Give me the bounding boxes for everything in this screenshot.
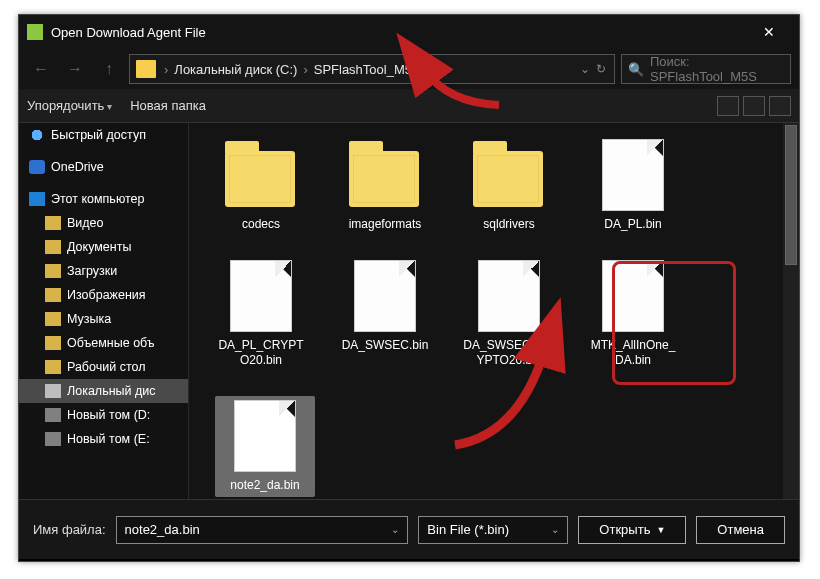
- sidebar-item-label: Изображения: [67, 288, 146, 302]
- filename-label: Имя файла:: [33, 522, 106, 537]
- file-item[interactable]: DA_PL_CRYPTO20.bin: [215, 260, 307, 368]
- breadcrumb-folder[interactable]: SPFlashTool_M5S: [310, 62, 425, 77]
- file-item[interactable]: MTK_AllInOne_DA.bin: [587, 260, 679, 368]
- file-label: DA_PL_CRYPTO20.bin: [215, 338, 307, 368]
- folder-icon: [136, 60, 156, 78]
- file-icon: [354, 260, 416, 332]
- bottom-bar: Имя файла: note2_da.bin ⌄ Bin File (*.bi…: [19, 499, 799, 559]
- folder-icon: [225, 151, 295, 207]
- sidebar-item-label: Видео: [67, 216, 104, 230]
- help-icon[interactable]: [769, 96, 791, 116]
- folder-item[interactable]: imageformats: [339, 139, 431, 232]
- sidebar-item-label: Музыка: [67, 312, 111, 326]
- file-label: codecs: [242, 217, 280, 232]
- sidebar-item-label: OneDrive: [51, 160, 104, 174]
- folder-item[interactable]: codecs: [215, 139, 307, 232]
- chevron-down-icon[interactable]: ⌄: [551, 524, 559, 535]
- sidebar-item[interactable]: OneDrive: [19, 155, 188, 179]
- file-label: MTK_AllInOne_DA.bin: [587, 338, 679, 368]
- sidebar-icon: [45, 408, 61, 422]
- sidebar-icon: [45, 240, 61, 254]
- breadcrumb-drive[interactable]: Локальный диск (C:): [170, 62, 301, 77]
- sidebar-item[interactable]: Новый том (D:: [19, 403, 188, 427]
- nav-up-button[interactable]: ↑: [95, 55, 123, 83]
- sidebar-item-label: Загрузки: [67, 264, 117, 278]
- sidebar-icon: [45, 384, 61, 398]
- file-item[interactable]: DA_SWSEC.bin: [339, 260, 431, 368]
- sidebar-icon: [29, 192, 45, 206]
- folder-icon: [473, 151, 543, 207]
- chevron-down-icon[interactable]: ⌄: [391, 524, 399, 535]
- sidebar-item-label: Документы: [67, 240, 131, 254]
- sidebar-icon: [45, 360, 61, 374]
- file-icon: [478, 260, 540, 332]
- file-label: imageformats: [349, 217, 422, 232]
- sidebar-item-label: Рабочий стол: [67, 360, 145, 374]
- sidebar-item[interactable]: Объемные объ: [19, 331, 188, 355]
- filetype-value: Bin File (*.bin): [427, 522, 509, 537]
- open-button[interactable]: Открыть▼: [578, 516, 686, 544]
- close-button[interactable]: ✕: [747, 15, 791, 49]
- file-icon: [602, 260, 664, 332]
- new-folder-button[interactable]: Новая папка: [130, 98, 206, 113]
- filename-value: note2_da.bin: [125, 522, 200, 537]
- sidebar-item[interactable]: Новый том (E:: [19, 427, 188, 451]
- search-placeholder: Поиск: SPFlashTool_M5S: [650, 54, 784, 84]
- sidebar-item[interactable]: Локальный дис: [19, 379, 188, 403]
- chevron-right-icon: ›: [301, 62, 309, 77]
- folder-icon: [349, 151, 419, 207]
- app-icon: [27, 24, 43, 40]
- sidebar-item-label: Объемные объ: [67, 336, 155, 350]
- file-icon: [234, 400, 296, 472]
- sidebar-item[interactable]: Видео: [19, 211, 188, 235]
- file-label: DA_SWSEC_CRYPTO20.bin: [463, 338, 555, 368]
- chevron-down-icon[interactable]: ⌄: [580, 62, 590, 76]
- file-item[interactable]: DA_SWSEC_CRYPTO20.bin: [463, 260, 555, 368]
- chevron-right-icon: ›: [425, 62, 433, 77]
- search-input[interactable]: 🔍 Поиск: SPFlashTool_M5S: [621, 54, 791, 84]
- sidebar-item[interactable]: Изображения: [19, 283, 188, 307]
- file-label: DA_SWSEC.bin: [342, 338, 429, 353]
- address-bar[interactable]: › Локальный диск (C:) › SPFlashTool_M5S …: [129, 54, 615, 84]
- file-icon: [230, 260, 292, 332]
- sidebar-item-label: Этот компьютер: [51, 192, 144, 206]
- sidebar-icon: [29, 128, 45, 142]
- scrollbar[interactable]: [783, 123, 799, 499]
- folder-item[interactable]: sqldrivers: [463, 139, 555, 232]
- sidebar-item[interactable]: Загрузки: [19, 259, 188, 283]
- main-area: Быстрый доступOneDriveЭтот компьютерВиде…: [19, 123, 799, 499]
- file-label: note2_da.bin: [230, 478, 299, 493]
- view-thumbnails-icon[interactable]: [717, 96, 739, 116]
- chevron-right-icon: ›: [162, 62, 170, 77]
- scrollbar-thumb[interactable]: [785, 125, 797, 265]
- nav-forward-button[interactable]: →: [61, 55, 89, 83]
- refresh-icon[interactable]: ↻: [596, 62, 606, 76]
- sidebar-item-label: Быстрый доступ: [51, 128, 146, 142]
- file-dialog-window: Open Download Agent File ✕ ← → ↑ › Локал…: [18, 14, 800, 562]
- file-icon: [602, 139, 664, 211]
- sidebar-icon: [29, 160, 45, 174]
- sidebar-icon: [45, 216, 61, 230]
- sidebar-item[interactable]: Этот компьютер: [19, 187, 188, 211]
- navigation-sidebar: Быстрый доступOneDriveЭтот компьютерВиде…: [19, 123, 189, 499]
- file-item[interactable]: note2_da.bin: [215, 396, 315, 497]
- sidebar-icon: [45, 336, 61, 350]
- nav-back-button[interactable]: ←: [27, 55, 55, 83]
- filetype-select[interactable]: Bin File (*.bin) ⌄: [418, 516, 568, 544]
- sidebar-item[interactable]: Рабочий стол: [19, 355, 188, 379]
- window-title: Open Download Agent File: [51, 25, 747, 40]
- sidebar-icon: [45, 312, 61, 326]
- cancel-button[interactable]: Отмена: [696, 516, 785, 544]
- file-list[interactable]: codecsimageformatssqldriversDA_PL.binDA_…: [189, 123, 799, 499]
- sidebar-item[interactable]: Документы: [19, 235, 188, 259]
- sidebar-item[interactable]: Музыка: [19, 307, 188, 331]
- view-details-icon[interactable]: [743, 96, 765, 116]
- sidebar-item-label: Новый том (E:: [67, 432, 150, 446]
- sidebar-icon: [45, 288, 61, 302]
- filename-input[interactable]: note2_da.bin ⌄: [116, 516, 409, 544]
- titlebar: Open Download Agent File ✕: [19, 15, 799, 49]
- organize-menu[interactable]: Упорядочить: [27, 98, 112, 113]
- sidebar-item[interactable]: Быстрый доступ: [19, 123, 188, 147]
- file-item[interactable]: DA_PL.bin: [587, 139, 679, 232]
- address-row: ← → ↑ › Локальный диск (C:) › SPFlashToo…: [19, 49, 799, 89]
